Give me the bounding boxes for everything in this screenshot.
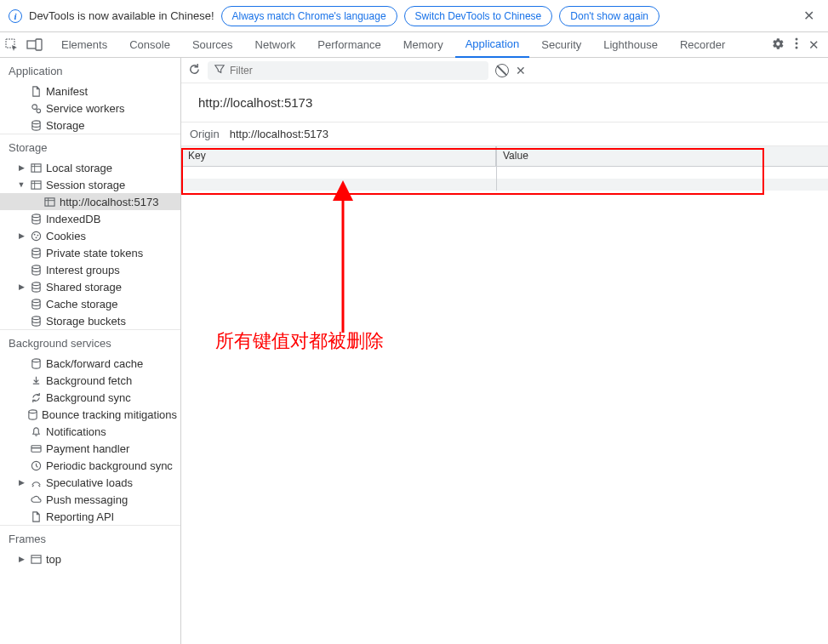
sidebar-item-label: top xyxy=(46,553,61,566)
sidebar-item-service-workers[interactable]: ▶ Service workers xyxy=(0,100,180,117)
database-icon xyxy=(29,118,43,132)
sidebar-item-label: Storage xyxy=(46,119,85,132)
svg-point-28 xyxy=(31,358,39,362)
svg-point-18 xyxy=(31,214,39,217)
inspect-element-icon[interactable] xyxy=(5,38,19,52)
storage-table: Key Value xyxy=(181,146,828,191)
svg-rect-9 xyxy=(31,163,40,171)
expand-arrow-icon[interactable]: ▶ xyxy=(17,282,26,291)
origin-label: Origin xyxy=(190,128,220,140)
sidebar-item-manifest[interactable]: ▶ Manifest xyxy=(0,83,180,100)
expand-arrow-icon[interactable]: ▶ xyxy=(17,555,26,563)
database-icon xyxy=(29,297,43,311)
database-icon xyxy=(27,407,38,421)
sidebar-item-storage-overview[interactable]: ▶ Storage xyxy=(0,117,180,134)
table-row[interactable] xyxy=(181,167,828,179)
svg-point-29 xyxy=(29,409,37,413)
sidebar-item-periodic[interactable]: ▶ Periodic background sync xyxy=(0,457,180,474)
expand-arrow-icon[interactable]: ▶ xyxy=(17,163,26,172)
sidebar-section-background-services: Background services xyxy=(0,329,180,355)
table-row[interactable] xyxy=(181,179,828,191)
kebab-menu-icon[interactable] xyxy=(795,37,798,52)
svg-point-27 xyxy=(31,316,39,319)
svg-rect-30 xyxy=(31,445,40,451)
card-icon xyxy=(29,442,43,455)
table-header: Key Value xyxy=(181,146,828,167)
sidebar-item-bounce[interactable]: ▶ Bounce tracking mitigations xyxy=(0,406,180,423)
sidebar-item-label: http://localhost:5173 xyxy=(60,196,158,208)
sidebar-item-session-storage[interactable]: ▼ Session storage xyxy=(0,176,180,193)
sidebar-item-label: Payment handler xyxy=(46,442,129,455)
delete-selected-icon[interactable]: ✕ xyxy=(516,64,526,77)
col-header-value[interactable]: Value xyxy=(496,146,828,166)
expand-arrow-icon[interactable]: ▶ xyxy=(17,231,26,240)
tab-security[interactable]: Security xyxy=(531,32,591,58)
tab-memory[interactable]: Memory xyxy=(393,32,454,58)
tab-recorder[interactable]: Recorder xyxy=(670,32,735,58)
annotation-arrow xyxy=(330,184,356,337)
sidebar-item-bg-sync[interactable]: ▶ Background sync xyxy=(0,389,180,406)
svg-point-23 xyxy=(31,248,39,251)
sidebar-item-label: Background sync xyxy=(46,391,131,404)
sidebar-item-speculative[interactable]: ▶ Speculative loads xyxy=(0,474,180,491)
sidebar-item-indexeddb[interactable]: ▶ IndexedDB xyxy=(0,210,180,227)
sidebar-item-label: Interest groups xyxy=(46,264,120,276)
sidebar-item-label: Bounce tracking mitigations xyxy=(42,408,177,421)
tab-lighthouse[interactable]: Lighthouse xyxy=(593,32,668,58)
infobar-close-icon[interactable]: ✕ xyxy=(798,8,819,24)
tab-elements[interactable]: Elements xyxy=(51,32,117,58)
sidebar-item-notifications[interactable]: ▶ Notifications xyxy=(0,423,180,440)
expand-arrow-icon[interactable]: ▶ xyxy=(17,478,26,487)
sidebar-item-private-state-tokens[interactable]: ▶ Private state tokens xyxy=(0,244,180,261)
match-language-button[interactable]: Always match Chrome's language xyxy=(221,6,397,26)
table-body[interactable] xyxy=(181,167,828,191)
sidebar-item-shared-storage[interactable]: ▶ Shared storage xyxy=(0,278,180,295)
svg-point-7 xyxy=(36,108,40,112)
column-divider[interactable] xyxy=(496,146,497,191)
tab-console[interactable]: Console xyxy=(119,32,180,58)
sidebar-item-payment[interactable]: ▶ Payment handler xyxy=(0,440,180,457)
sidebar-section-application: Application xyxy=(0,58,180,83)
tab-application[interactable]: Application xyxy=(455,32,530,58)
tabbar-right: ✕ xyxy=(772,37,823,53)
tab-network[interactable]: Network xyxy=(245,32,306,58)
filter-input-wrap[interactable] xyxy=(208,61,488,80)
sidebar-item-bg-fetch[interactable]: ▶ Background fetch xyxy=(0,372,180,389)
settings-gear-icon[interactable] xyxy=(772,37,785,53)
tab-performance[interactable]: Performance xyxy=(307,32,391,58)
sidebar-item-local-storage[interactable]: ▶ Local storage xyxy=(0,159,180,176)
sidebar-item-cache-storage[interactable]: ▶ Cache storage xyxy=(0,295,180,312)
device-toolbar-icon[interactable] xyxy=(27,39,43,51)
sidebar-item-label: Cache storage xyxy=(46,298,118,311)
cloud-icon xyxy=(29,493,43,506)
sidebar-item-reporting[interactable]: ▶ Reporting API xyxy=(0,508,180,525)
sidebar-item-label: Push messaging xyxy=(46,493,128,506)
sidebar-item-cookies[interactable]: ▶ Cookies xyxy=(0,227,180,244)
tab-sources[interactable]: Sources xyxy=(182,32,243,58)
svg-rect-2 xyxy=(36,39,42,50)
collapse-arrow-icon[interactable]: ▼ xyxy=(17,180,26,189)
refresh-icon[interactable] xyxy=(188,63,201,78)
close-devtools-icon[interactable]: ✕ xyxy=(808,37,819,53)
svg-point-22 xyxy=(35,237,37,238)
sidebar-item-push[interactable]: ▶ Push messaging xyxy=(0,491,180,508)
sidebar-item-label: Session storage xyxy=(46,179,125,191)
sidebar-item-label: Cookies xyxy=(46,230,86,242)
sidebar: Application ▶ Manifest ▶ Service workers… xyxy=(0,58,181,644)
clear-all-icon[interactable] xyxy=(495,64,509,77)
svg-point-24 xyxy=(31,265,39,268)
sidebar-item-storage-buckets[interactable]: ▶ Storage buckets xyxy=(0,312,180,329)
database-icon xyxy=(29,280,43,294)
switch-language-button[interactable]: Switch DevTools to Chinese xyxy=(404,6,553,26)
sidebar-item-session-origin[interactable]: ▶ http://localhost:5173 xyxy=(0,193,180,210)
content: ✕ http://localhost:5173 Origin http://lo… xyxy=(181,58,828,644)
sidebar-item-bfcache[interactable]: ▶ Back/forward cache xyxy=(0,355,180,372)
sidebar-item-top-frame[interactable]: ▶ top xyxy=(0,550,180,567)
svg-point-6 xyxy=(31,104,37,109)
sidebar-item-label: Back/forward cache xyxy=(46,357,143,370)
filter-input[interactable] xyxy=(230,65,482,77)
dont-show-again-button[interactable]: Don't show again xyxy=(559,6,660,26)
svg-rect-33 xyxy=(31,555,40,562)
col-header-key[interactable]: Key xyxy=(181,146,496,166)
sidebar-item-interest-groups[interactable]: ▶ Interest groups xyxy=(0,261,180,278)
